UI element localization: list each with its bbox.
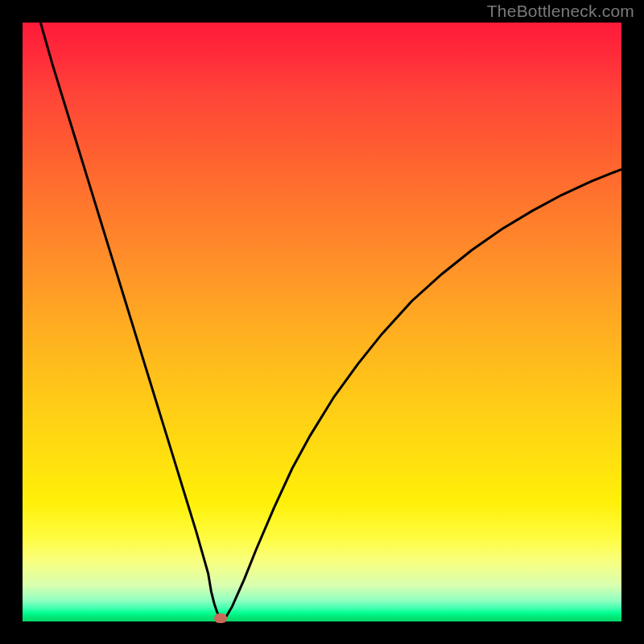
watermark-text: TheBottleneck.com [487,2,634,21]
bottleneck-curve [40,23,621,618]
curve-svg [23,23,621,621]
optimal-point-marker [214,613,227,623]
plot-area [23,23,621,621]
